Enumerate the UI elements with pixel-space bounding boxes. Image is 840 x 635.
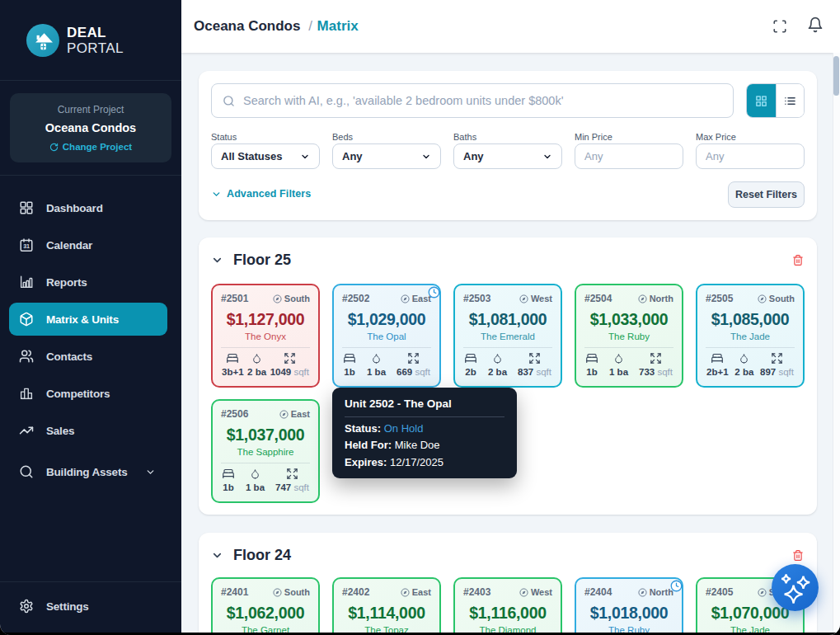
svg-text:31: 31 [23, 243, 30, 250]
